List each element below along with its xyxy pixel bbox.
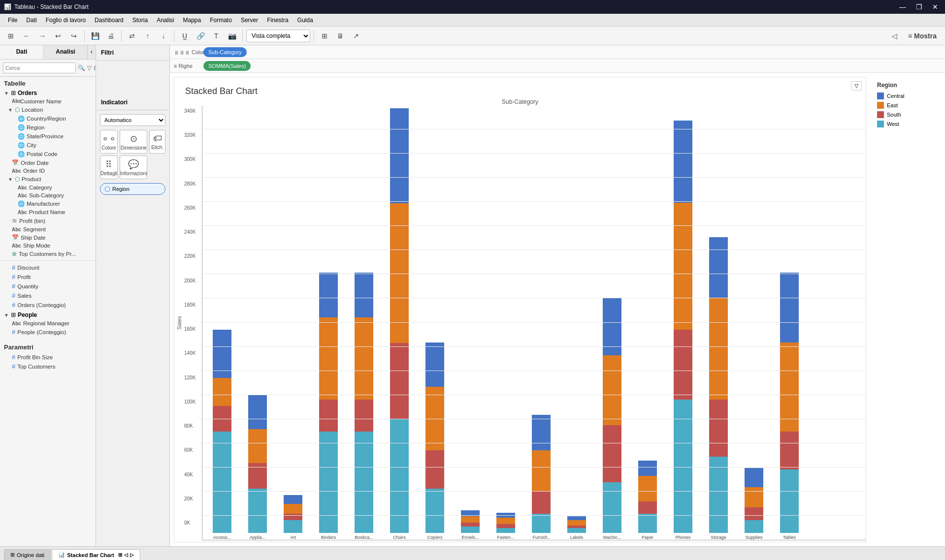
search-input[interactable] — [3, 62, 76, 73]
sidebar-item-profit[interactable]: # Profit — [0, 272, 96, 281]
bar-group-Binders[interactable]: Binders — [311, 108, 346, 540]
redo-button[interactable]: ↪ — [67, 29, 81, 43]
orders-group-header[interactable]: ▼ ⊞ Orders — [0, 89, 96, 97]
size-mark-button[interactable]: ⊙ Dimensione — [120, 130, 147, 154]
sales-pill[interactable]: SOMMA(Sales) — [203, 61, 251, 71]
bar-group-Fasten...[interactable]: Fasten... — [488, 108, 523, 540]
sidebar-item-profit-bin-size[interactable]: # Profit Bin Size — [0, 352, 96, 362]
bar-group-Chairs[interactable]: Chairs — [382, 108, 417, 540]
sidebar-item-regional-manager[interactable]: Abc Regional Manager — [0, 319, 96, 327]
sidebar-item-quantity[interactable]: # Quantity — [0, 281, 96, 291]
print-button[interactable]: 🖨 — [104, 29, 118, 43]
menu-finestra[interactable]: Finestra — [263, 16, 292, 25]
bar-group-Phones[interactable]: Phones — [665, 108, 701, 540]
bar-group-Machin...[interactable]: Machin... — [594, 108, 630, 540]
menu-foglio[interactable]: Foglio di lavoro — [42, 16, 90, 25]
share-button[interactable]: ↗ — [349, 29, 363, 43]
bar-group-Copiers[interactable]: Copiers — [417, 108, 453, 540]
bar-group-Access...[interactable]: Access... — [204, 108, 240, 540]
menu-dati[interactable]: Dati — [22, 16, 40, 25]
tab-origine-dati[interactable]: ⊞ Origine dati — [4, 549, 51, 560]
back-button[interactable]: ← — [20, 29, 33, 43]
save-button[interactable]: 💾 — [88, 29, 102, 43]
menu-guida[interactable]: Guida — [293, 16, 317, 25]
show-button[interactable]: ≡ Mostra — [904, 29, 941, 43]
tab-analisi[interactable]: Analisi — [44, 45, 88, 59]
menu-server[interactable]: Server — [237, 16, 262, 25]
view-select[interactable]: Vista completa — [246, 30, 310, 42]
sidebar-item-product-name[interactable]: Abc Product Name — [0, 208, 96, 216]
bar-group-Applia...[interactable]: Applia... — [240, 108, 275, 540]
color-mark-button[interactable]: ⚬⚬ Colore — [100, 130, 118, 154]
bar-group-Bookca...[interactable]: Bookca... — [346, 108, 382, 540]
menu-formato[interactable]: Formato — [206, 16, 236, 25]
sidebar-item-category[interactable]: Abc Category — [0, 184, 96, 191]
menu-analisi[interactable]: Analisi — [153, 16, 178, 25]
minimize-button[interactable]: — — [896, 2, 909, 12]
chart-expand-button[interactable]: ▽ — [851, 81, 862, 91]
sort-desc-button[interactable]: ↓ — [157, 29, 170, 43]
menu-storia[interactable]: Storia — [129, 16, 152, 25]
tab-dati[interactable]: Dati — [0, 45, 44, 59]
marks-type-select[interactable]: Automatico Barra Linea Area — [100, 114, 165, 126]
sidebar-item-segment[interactable]: Abc Segment — [0, 225, 96, 233]
text-button[interactable]: T — [209, 29, 223, 43]
subcategory-pill[interactable]: Sub-Category — [203, 47, 247, 57]
people-group-header[interactable]: ▼ ⊞ People — [0, 311, 96, 319]
sidebar-item-product[interactable]: ▼ ⬡ Product — [0, 175, 96, 184]
grid-button[interactable]: ⊞ — [318, 29, 331, 43]
sidebar-item-state[interactable]: 🌐 State/Province — [0, 132, 96, 141]
sidebar-item-postal[interactable]: 🌐 Postal Code — [0, 150, 96, 158]
sheet-options-icon[interactable]: ⊞ — [118, 552, 122, 558]
home-button[interactable]: ⊞ — [4, 29, 18, 43]
sidebar-collapse-arrow[interactable]: ‹ — [88, 45, 96, 59]
undo-button[interactable]: ↩ — [51, 29, 65, 43]
sidebar-item-people-count[interactable]: # People (Conteggio) — [0, 327, 96, 337]
detail-mark-button[interactable]: ⠿ Dettagli — [100, 156, 118, 179]
swap-button[interactable]: ⇄ — [125, 29, 139, 43]
sidebar-item-discount[interactable]: # Discount — [0, 263, 96, 272]
sidebar-item-customer-name[interactable]: Abc Customer Name — [0, 97, 96, 105]
bar-group-Envelo...[interactable]: Envelo... — [453, 108, 488, 540]
sheet-prev-icon[interactable]: ◁ — [124, 552, 128, 558]
filter-icon[interactable]: ▽ — [87, 64, 92, 71]
sidebar-item-ship-date[interactable]: 📅 Ship Date — [0, 233, 96, 242]
underline-button[interactable]: U̲ — [178, 29, 192, 43]
sidebar-item-profit-bin[interactable]: ≋ Profit (bin) — [0, 216, 96, 225]
bar-group-Furnish..[interactable]: Furnish.. — [523, 108, 559, 540]
sidebar-item-location[interactable]: ▼ ⬡ Location — [0, 105, 96, 114]
desktop-button[interactable]: 🖥 — [333, 29, 347, 43]
maximize-button[interactable]: ❐ — [913, 2, 925, 12]
legend-item-central[interactable]: Central — [877, 93, 936, 99]
tab-stacked-bar[interactable]: 📊 Stacked Bar Chart ⊞ ◁ ▷ — [52, 549, 140, 560]
camera-button[interactable]: 📷 — [225, 29, 239, 43]
link-button[interactable]: 🔗 — [194, 29, 207, 43]
bar-group-Supplies[interactable]: Supplies — [736, 108, 772, 540]
bar-group-Paper[interactable]: Paper — [630, 108, 665, 540]
legend-item-south[interactable]: South — [877, 111, 936, 118]
sheet-next-icon[interactable]: ▷ — [130, 552, 134, 558]
sidebar-item-top-customers[interactable]: ⊕ Top Customers by Pr... — [0, 249, 96, 258]
menu-mappa[interactable]: Mappa — [179, 16, 205, 25]
menu-dashboard[interactable]: Dashboard — [91, 16, 128, 25]
menu-file[interactable]: File — [4, 16, 21, 25]
sidebar-item-order-date[interactable]: 📅 Order Date — [0, 158, 96, 167]
bar-group-Tables[interactable]: Tables — [772, 108, 807, 540]
tooltip-mark-button[interactable]: 💬 Informazioni — [120, 156, 147, 179]
bar-group-Art[interactable]: Art — [275, 108, 311, 540]
bar-group-Storage[interactable]: Storage — [701, 108, 736, 540]
sidebar-item-country[interactable]: 🌐 Country/Region — [0, 114, 96, 123]
legend-item-east[interactable]: East — [877, 102, 936, 109]
sidebar-item-city[interactable]: 🌐 City — [0, 141, 96, 150]
region-color-pill[interactable]: ⬡ Region — [100, 183, 165, 195]
present-button[interactable]: ◁ — [887, 29, 902, 43]
sidebar-item-subcategory[interactable]: Abc Sub-Category — [0, 191, 96, 199]
label-mark-button[interactable]: 🏷 Etich. — [149, 130, 165, 154]
sidebar-item-top-customers-param[interactable]: # Top Customers — [0, 362, 96, 371]
legend-item-west[interactable]: West — [877, 121, 936, 127]
sidebar-item-ship-mode[interactable]: Abc Ship Mode — [0, 242, 96, 249]
sidebar-item-order-id[interactable]: Abc Order ID — [0, 167, 96, 175]
close-button[interactable]: ✕ — [929, 2, 941, 12]
sort-asc-button[interactable]: ↑ — [141, 29, 155, 43]
sidebar-item-manufacturer[interactable]: 🌐 Manufacturer — [0, 199, 96, 208]
